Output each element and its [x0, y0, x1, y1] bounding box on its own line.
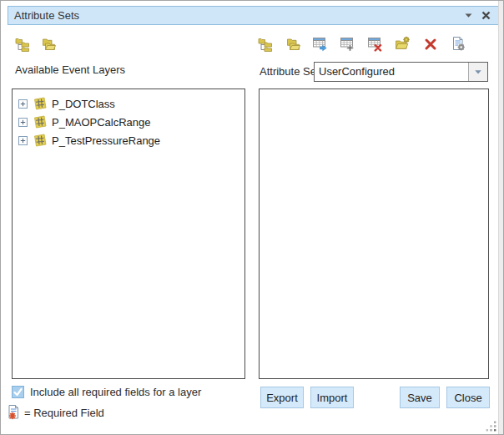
checkbox-checked-icon[interactable] [12, 386, 24, 398]
layer-tree-icon[interactable] [257, 36, 273, 52]
layer-tree-icon[interactable] [14, 36, 30, 52]
table-export-icon[interactable] [312, 36, 328, 52]
attribute-set-label: Attribute Set: [260, 65, 322, 78]
layer-label: P_TestPressureRange [52, 134, 160, 147]
event-layer-icon [33, 134, 47, 147]
required-field-label: = Required Field [24, 407, 104, 419]
event-layer-icon [33, 97, 47, 110]
import-button[interactable]: Import [310, 387, 354, 408]
open-folders-icon[interactable] [40, 36, 56, 52]
event-layer-icon [33, 115, 47, 129]
dialog-title: Attribute Sets [14, 9, 465, 22]
layer-label: P_DOTClass [52, 98, 115, 110]
available-event-layers-heading: Available Event Layers [15, 63, 125, 76]
right-toolbar [257, 36, 466, 52]
attribute-sets-dialog: Attribute Sets [0, 0, 504, 435]
dock-edge-strip [498, 1, 503, 434]
combobox-dropdown-button[interactable] [468, 63, 487, 81]
table-add-icon[interactable] [340, 36, 355, 52]
left-toolbar [14, 36, 56, 52]
save-button[interactable]: Save [400, 387, 440, 408]
expand-plus-icon[interactable] [18, 118, 28, 127]
tree-item-layer[interactable]: P_MAOPCalcRange [13, 113, 244, 131]
tree-item-layer[interactable]: P_TestPressureRange [13, 131, 244, 149]
table-delete-icon[interactable] [367, 36, 383, 52]
chevron-down-icon [475, 70, 481, 74]
collapse-caret-icon[interactable] [465, 13, 472, 18]
required-field-legend: = Required Field [8, 404, 104, 421]
delete-x-icon[interactable] [422, 36, 438, 52]
available-layers-list[interactable]: P_DOTClass P_MAOPCalcRange P_TestPressur [12, 89, 245, 379]
attribute-set-combobox[interactable]: UserConfigured [314, 62, 488, 82]
layer-label: P_MAOPCalcRange [52, 116, 151, 129]
include-required-fields-label: Include all required fields for a layer [30, 386, 201, 398]
export-button[interactable]: Export [260, 387, 304, 408]
attribute-set-value: UserConfigured [315, 63, 468, 81]
resize-grip-icon[interactable] [486, 420, 496, 431]
attribute-set-fields-list[interactable] [259, 89, 489, 379]
include-required-fields-option[interactable]: Include all required fields for a layer [12, 386, 201, 398]
close-button[interactable]: Close [446, 387, 490, 408]
required-field-icon [8, 404, 21, 421]
expand-plus-icon[interactable] [18, 99, 28, 109]
tree-item-layer[interactable]: P_DOTClass [13, 94, 244, 113]
document-gear-icon[interactable] [450, 36, 466, 52]
close-icon[interactable] [481, 11, 491, 20]
open-folders-icon[interactable] [285, 36, 300, 52]
expand-plus-icon[interactable] [18, 136, 28, 145]
title-bar[interactable]: Attribute Sets [8, 6, 499, 25]
folder-gear-icon[interactable] [395, 36, 411, 52]
